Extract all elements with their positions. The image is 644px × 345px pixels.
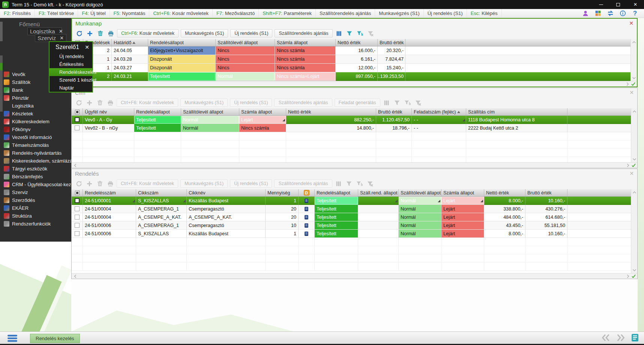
column-header[interactable]: Nettó érték — [484, 189, 525, 196]
cell-doc[interactable] — [299, 221, 315, 230]
chevron-up-icon[interactable] — [631, 40, 637, 44]
cell-f[interactable] — [567, 221, 631, 230]
cell-f[interactable] — [567, 213, 631, 221]
cell-dstat[interactable]: Normál — [216, 72, 275, 81]
document-icon[interactable] — [304, 198, 309, 203]
sidebar-item-ek-er[interactable]: EKÁER — [0, 204, 71, 212]
cell-qty[interactable]: 1 — [266, 197, 299, 205]
delete-icon[interactable] — [96, 29, 104, 37]
sidebar-item-szerviz[interactable]: Szerviz — [0, 188, 71, 196]
cell-date[interactable]: 24.03.21 — [112, 72, 148, 81]
user-icon[interactable] — [582, 10, 589, 17]
cell-cnev[interactable]: Csemperagasztó — [187, 221, 266, 230]
chevron-left-icon[interactable] — [72, 163, 78, 167]
cell-istat[interactable]: Lejárt — [441, 197, 484, 205]
cell-istat[interactable]: Nincs számla — [275, 64, 336, 72]
cell-csz[interactable]: S_KISZALLAS — [136, 197, 187, 205]
document-icon[interactable] — [304, 223, 309, 228]
cell-istat[interactable]: Nincs számla — [275, 46, 336, 55]
cell-ostat[interactable]: Teljesített — [134, 116, 181, 124]
cell-net[interactable]: 484.000,- — [484, 213, 525, 221]
cell-net[interactable]: 43.450,- — [484, 221, 525, 230]
column-header[interactable]: Bruttó érték — [378, 39, 405, 46]
column-chooser-icon[interactable] — [335, 29, 343, 37]
menu-item-j-rendel-s-s1[interactable]: Új rendelés (S1) — [424, 9, 467, 18]
cell-name[interactable]: Vevő2 - B - nGy — [83, 124, 134, 132]
cell-ostat[interactable]: Teljesített — [315, 230, 358, 238]
menu-item-mez-v-laszt[interactable]: F7:Mezőválasztó — [213, 9, 259, 18]
sidebar-item-t-rgyi-eszk-z-k[interactable]: Tárgyi eszközök — [0, 165, 71, 173]
table-row[interactable]: Vevő - A - GyTeljesítettNormálLejárt882.… — [72, 116, 631, 124]
menu-item-kil-p-s[interactable]: Esc:Kilépés — [467, 9, 502, 18]
cell-doc[interactable] — [299, 230, 315, 238]
sidebar-item-szerz-d-s[interactable]: Szerződés — [0, 196, 71, 204]
apps-icon[interactable] — [594, 10, 602, 17]
cell-srstat[interactable] — [358, 197, 399, 205]
munkav-gz-s-s1-button[interactable]: Munkavégzés (S1) — [181, 29, 228, 37]
sidebar-item-kiskereskedelem-sz-ml-z-s[interactable]: Kiskereskedelem, számlázás — [0, 157, 71, 165]
column-header[interactable]: Mennyiség — [266, 189, 299, 196]
cell-dstat[interactable]: Nincs — [216, 55, 275, 64]
menu-item-sz-ll-t-rendel-s-aj-nl-s[interactable]: Szállítórendelés ajánlás — [316, 9, 375, 18]
horizontal-scrollbar[interactable] — [72, 273, 637, 279]
filter-clear-icon[interactable] — [366, 29, 375, 37]
table-row[interactable]: 124.03.28DiszponáltNincsNincs számla6.16… — [72, 55, 630, 64]
table-row[interactable]: 124.03.27DiszponáltNincsNincs számla12.0… — [72, 64, 630, 72]
cell-net[interactable]: 12.000,- — [336, 64, 378, 72]
cell-ostat[interactable]: Előjegyzett+Visszaigazolt — [148, 46, 216, 55]
chevron-down-icon[interactable] — [632, 157, 637, 161]
add-icon[interactable] — [86, 29, 94, 37]
cell-rsz[interactable]: 24-51/00004 — [83, 213, 136, 221]
vertical-scrollbar[interactable] — [631, 189, 637, 273]
table-row[interactable]: Vevő2 - B - nGyTeljesítettNormálNincs sz… — [72, 124, 631, 132]
column-header[interactable]: Bruttó érték — [525, 189, 567, 196]
menu-window-szerviz[interactable]: Szerviz ✕ — [35, 34, 66, 42]
cell-qty[interactable]: 10 — [266, 221, 299, 230]
popup-item-szerel-1-k-szlet[interactable]: Szerelő 1 készlet — [50, 76, 92, 84]
cell-dstat[interactable]: Nincs — [216, 46, 275, 55]
cell-cnev[interactable]: Csemperagasztó — [187, 205, 266, 213]
info-icon[interactable] — [619, 10, 626, 17]
cell-cnev[interactable]: Kiszállás Budapest — [187, 197, 266, 205]
column-header[interactable]: Határidő — [112, 39, 148, 46]
confirm-check-icon[interactable] — [631, 163, 636, 167]
chevron-right-icon[interactable] — [625, 82, 630, 86]
popup-item-napt-r[interactable]: Naptár — [50, 84, 92, 92]
cell-cb[interactable] — [72, 221, 83, 230]
cell-task[interactable]: - - — [412, 116, 466, 124]
cell-dstat[interactable]: Normál — [399, 230, 441, 238]
menu-item-nyomtat-s[interactable]: F5:Nyomtatás — [110, 9, 150, 18]
cell-srstat[interactable] — [358, 230, 399, 238]
column-header[interactable]: Rendelésállapot — [315, 189, 358, 196]
cell-rsz[interactable]: 24-51/00004 — [83, 205, 136, 213]
cell-dstat[interactable]: Normál — [181, 116, 239, 124]
sidebar-item-logisztika[interactable]: Logisztika — [0, 102, 71, 110]
column-header[interactable]: Szállítólevél állapot — [216, 39, 275, 46]
cell-f[interactable] — [405, 55, 630, 64]
refresh-icon[interactable] — [75, 29, 83, 37]
cell-net[interactable]: 16.000,- — [336, 46, 378, 55]
cell-f[interactable] — [405, 64, 630, 72]
cell-rsz[interactable]: 24-51/00001 — [83, 197, 136, 205]
status-tab-rendeles-kezeles[interactable]: Rendelés kezelés — [30, 334, 80, 343]
cell-net[interactable]: 14.800,- — [286, 124, 376, 132]
cell-net[interactable]: 897.050,- — [336, 72, 378, 81]
hamburger-menu-icon[interactable] — [8, 335, 17, 342]
cell-ostat[interactable]: Teljesített — [315, 205, 358, 213]
cell-f[interactable] — [567, 197, 631, 205]
cell-cb[interactable] — [72, 124, 83, 132]
cell-cnev[interactable]: A_CSEMPE_A_KAT. — [187, 213, 266, 221]
cell-task[interactable]: - - — [412, 124, 466, 132]
cell-qty[interactable]: 1 — [266, 230, 299, 238]
cell-gross[interactable]: 55.181,50 — [525, 221, 567, 230]
cell-name[interactable]: Vevő - A - Gy — [83, 116, 134, 124]
table-row[interactable]: 224.03.21TeljesítettNormálNincs számla+L… — [72, 72, 630, 81]
cell-net[interactable]: 338.800,- — [484, 205, 525, 213]
maximize-button[interactable] — [609, 0, 627, 9]
chevron-left-icon[interactable] — [72, 274, 78, 278]
cell-istat[interactable]: Nincs számla — [239, 124, 286, 132]
cell-csz[interactable]: A_CSEMPERAG_1 — [136, 221, 187, 230]
select-all-checkbox[interactable] — [75, 110, 80, 114]
cell-f[interactable] — [567, 205, 631, 213]
cell-f[interactable] — [567, 116, 631, 124]
